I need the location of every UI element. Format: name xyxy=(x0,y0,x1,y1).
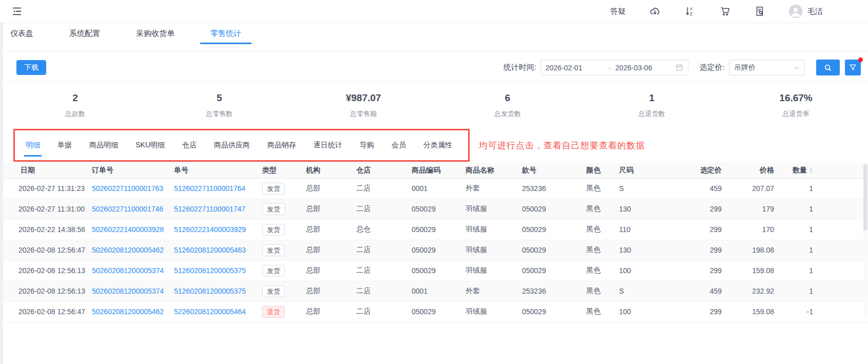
cell-text: 207.07 xyxy=(752,184,774,193)
qa-link[interactable]: 答疑 xyxy=(610,7,626,16)
table-row: 2026-02-08 12:56:47502602081200005462522… xyxy=(3,301,868,322)
table-row: 2026-02-08 12:56:13502602081200005374512… xyxy=(3,260,868,281)
order_no-link[interactable]: 502602221400003928 xyxy=(92,225,164,234)
doc_no-link[interactable]: 512602221400003929 xyxy=(174,225,246,234)
cell-org: 总部 xyxy=(302,199,352,219)
cart-icon[interactable] xyxy=(719,6,730,17)
subtab-item-5[interactable]: 商品供应商 xyxy=(205,130,259,160)
date-start-value[interactable]: 2026-02-01 xyxy=(546,64,603,72)
cell-org: 总部 xyxy=(302,281,352,301)
cell-text: 110 xyxy=(619,225,630,234)
subtab-item-3[interactable]: SKU明细 xyxy=(127,130,173,160)
cell-date: 2026-02-22 14:38:56 xyxy=(3,219,88,240)
subtab-item-10[interactable]: 分类属性 xyxy=(415,130,461,160)
search-button[interactable] xyxy=(816,60,840,75)
order_no-link[interactable]: 502602081200005374 xyxy=(92,287,164,295)
topbar: 答疑 A Z xyxy=(0,0,868,23)
sort-az-icon[interactable]: A Z xyxy=(684,6,696,17)
chevron-down-icon xyxy=(794,65,800,71)
cell-doc_no: 522602081200005464 xyxy=(170,301,258,322)
order_no-link[interactable]: 502602271100001746 xyxy=(92,205,163,213)
cell-text: 170 xyxy=(762,225,774,234)
sort-toggle-icon[interactable]: ▲▼ xyxy=(809,167,813,174)
subtab-item-9[interactable]: 会员 xyxy=(383,130,415,160)
order_no-link[interactable]: 502602081200005374 xyxy=(92,266,164,275)
subtab-item-0[interactable]: 明细 xyxy=(17,130,49,160)
cell-text: 羽绒服 xyxy=(466,245,487,254)
calendar-icon xyxy=(676,64,683,71)
subtab-item-4[interactable]: 仓店 xyxy=(173,130,205,160)
cell-color: 黑色 xyxy=(582,219,615,240)
cell-text: 253236 xyxy=(522,184,546,193)
stat-label: 总款数 xyxy=(3,109,147,119)
type-tag: 发货 xyxy=(262,285,285,297)
cell-org: 总部 xyxy=(302,219,352,240)
doc_no-link[interactable]: 512602081200005375 xyxy=(174,266,246,275)
scrollbar-thumb[interactable] xyxy=(863,164,867,231)
doc_no-link[interactable]: 512602081200005375 xyxy=(174,287,246,295)
col-price: 价格 xyxy=(726,163,778,178)
cell-type: 退货 xyxy=(258,301,302,322)
table-row: 2026-02-22 14:38:56502602221400003928512… xyxy=(3,219,868,240)
user-menu[interactable]: 毛洁 xyxy=(789,5,823,18)
cell-text: 299 xyxy=(710,205,722,213)
cell-type: 发货 xyxy=(258,260,302,281)
cell-text: 179 xyxy=(762,205,774,213)
price-type-select[interactable]: 吊牌价 xyxy=(729,60,805,75)
cell-text: 总部 xyxy=(306,286,320,295)
cell-price: 207.07 xyxy=(726,178,778,199)
window-tab-0[interactable]: 仪表盘 xyxy=(0,23,44,44)
subtab-item-8[interactable]: 导购 xyxy=(351,130,383,160)
subtab-item-7[interactable]: 逐日统计 xyxy=(305,130,351,160)
cell-text: 二店 xyxy=(356,307,371,315)
doc_no-link[interactable]: 522602081200005464 xyxy=(174,308,246,316)
stat-item-3: 6总发货数 xyxy=(435,92,580,119)
cell-text: 232.92 xyxy=(752,287,774,295)
date-range-picker[interactable]: 2026-02-01 → 2026-03-06 xyxy=(541,60,688,75)
collapse-menu-icon[interactable] xyxy=(11,6,23,17)
cell-style_no: 253236 xyxy=(518,178,582,199)
cell-text: 外套 xyxy=(466,184,480,192)
window-tab-1[interactable]: 系统配置 xyxy=(59,23,110,44)
col-header-label: 类型 xyxy=(262,166,277,174)
cell-text: 050029 xyxy=(412,308,436,316)
col-header-label: 商品名称 xyxy=(466,166,494,174)
doc_no-link[interactable]: 512602081200005463 xyxy=(174,246,246,254)
subtab-item-1[interactable]: 单据 xyxy=(49,130,81,160)
stat-label: 总零售额 xyxy=(292,109,436,119)
col-qty[interactable]: 数量▲▼ xyxy=(778,163,817,178)
col-size: 尺码 xyxy=(615,163,670,178)
cell-text: 总仓 xyxy=(356,225,371,233)
doc_no-link[interactable]: 512602271100001747 xyxy=(174,205,245,213)
col-header-label: 订单号 xyxy=(92,166,113,174)
subtab-item-6[interactable]: 商品销存 xyxy=(259,130,305,160)
subtab-highlight-box: 明细单据商品明细SKU明细仓店商品供应商商品销存逐日统计导购会员分类属性 xyxy=(13,129,470,162)
order_no-link[interactable]: 502602081200005462 xyxy=(92,308,164,316)
order_no-link[interactable]: 502602271100001763 xyxy=(92,184,163,193)
cell-qty: 1 xyxy=(778,199,817,219)
cell-text: 050029 xyxy=(412,225,436,234)
cell-product: 羽绒服 xyxy=(461,219,518,240)
cell-doc_no: 512602081200005375 xyxy=(170,260,258,281)
subtab-item-2[interactable]: 商品明细 xyxy=(81,130,127,160)
cell-filler xyxy=(817,260,868,281)
order-search-icon[interactable] xyxy=(754,6,765,17)
window-tab-2[interactable]: 采购收货单 xyxy=(126,23,185,44)
type-tag: 退货 xyxy=(262,306,285,318)
doc_no-link[interactable]: 512602271100001764 xyxy=(174,184,245,193)
cell-date: 2026-02-08 12:56:47 xyxy=(3,240,88,260)
date-end-value[interactable]: 2026-03-06 xyxy=(615,64,672,72)
cell-text: 黑色 xyxy=(586,286,601,295)
order_no-link[interactable]: 502602081200005462 xyxy=(92,246,164,254)
download-button[interactable]: 下载 xyxy=(16,60,46,75)
cell-doc_no: 512602081200005463 xyxy=(170,240,258,260)
cell-price: 170 xyxy=(726,219,778,240)
stat-time-label: 统计时间: xyxy=(504,63,536,72)
table-scrollbar[interactable] xyxy=(863,164,867,318)
cell-color: 黑色 xyxy=(582,178,615,199)
cloud-download-icon[interactable] xyxy=(649,6,661,17)
window-tab-3[interactable]: 零售统计 xyxy=(200,23,252,44)
cell-sku_code: 050029 xyxy=(408,240,461,260)
cell-filler xyxy=(817,281,868,301)
filter-button[interactable] xyxy=(845,60,861,75)
